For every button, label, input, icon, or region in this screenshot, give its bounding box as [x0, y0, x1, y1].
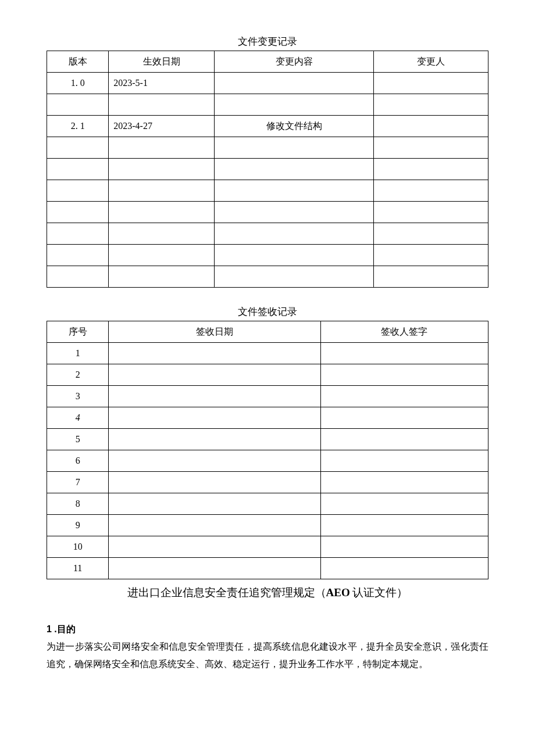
table-cell	[109, 223, 215, 245]
table-cell-sign	[320, 343, 488, 364]
table-cell	[47, 137, 109, 159]
table-cell-sign	[320, 364, 488, 386]
table-cell	[373, 94, 488, 116]
table-cell-no: 1	[47, 343, 109, 364]
table-cell-date	[109, 407, 320, 429]
table-cell-sign	[320, 493, 488, 515]
table-cell	[215, 223, 373, 245]
doc-title-aeo: AEO	[326, 586, 350, 599]
table-cell	[373, 180, 488, 202]
table-cell-no: 9	[47, 515, 109, 536]
table-cell-no: 5	[47, 429, 109, 450]
table-cell	[47, 180, 109, 202]
table-cell	[215, 159, 373, 180]
table-cell-date	[109, 429, 320, 450]
table-header-row: 版本 生效日期 变更内容 变更人	[47, 51, 488, 73]
table-row: 10	[47, 536, 488, 558]
table-row	[47, 94, 488, 116]
table-cell	[47, 159, 109, 180]
col-change-content: 变更内容	[215, 51, 373, 73]
table-cell-sign	[320, 386, 488, 407]
table-cell	[373, 266, 488, 288]
table-cell	[109, 137, 215, 159]
table-row	[47, 180, 488, 202]
table-cell	[373, 202, 488, 223]
col-version: 版本	[47, 51, 109, 73]
table-row: 11	[47, 558, 488, 579]
col-changed-by: 变更人	[373, 51, 488, 73]
table-cell	[47, 202, 109, 223]
table-cell-sign	[320, 558, 488, 579]
table-cell: 修改文件结构	[215, 116, 373, 137]
table-cell	[109, 202, 215, 223]
doc-title-prefix: 进出口企业信息安全责任追究管理规定（	[127, 586, 326, 599]
table-cell-sign	[320, 450, 488, 472]
table-row	[47, 137, 488, 159]
table-cell	[109, 159, 215, 180]
table-row: 6	[47, 450, 488, 472]
col-effective-date: 生效日期	[109, 51, 215, 73]
table-cell	[47, 266, 109, 288]
table-row: 9	[47, 515, 488, 536]
table-cell: 2023-4-27	[109, 116, 215, 137]
table-cell	[373, 159, 488, 180]
receipt-table: 序号 签收日期 签收人签字 1234567891011	[47, 321, 488, 579]
section-1-body: 为进一步落实公司网络安全和信息安全管理责任，提高系统信息化建设水平，提升全员安全…	[47, 638, 488, 673]
table-cell-sign	[320, 472, 488, 493]
table-row: 2	[47, 364, 488, 386]
table-cell-date	[109, 343, 320, 364]
section-1-number: 1 .	[47, 624, 57, 634]
section-1-heading: 1 .目的	[47, 624, 488, 636]
table-cell-date	[109, 515, 320, 536]
table-cell	[109, 245, 215, 266]
table-cell-no: 7	[47, 472, 109, 493]
table-cell	[373, 73, 488, 94]
table-cell: 1. 0	[47, 73, 109, 94]
table-cell-date	[109, 558, 320, 579]
col-no: 序号	[47, 321, 109, 343]
table-cell	[373, 245, 488, 266]
table-cell	[109, 266, 215, 288]
table-cell	[109, 180, 215, 202]
table-row: 1. 02023-5-1	[47, 73, 488, 94]
table-cell	[47, 94, 109, 116]
table-cell-no: 2	[47, 364, 109, 386]
table-cell-sign	[320, 407, 488, 429]
receipt-title: 文件签收记录	[47, 305, 488, 318]
change-log-table: 版本 生效日期 变更内容 变更人 1. 02023-5-12. 12023-4-…	[47, 51, 488, 288]
table-cell-date	[109, 386, 320, 407]
table-cell	[215, 180, 373, 202]
table-row	[47, 245, 488, 266]
table-cell	[215, 266, 373, 288]
table-cell	[373, 137, 488, 159]
table-cell: 2. 1	[47, 116, 109, 137]
table-cell	[47, 245, 109, 266]
table-row	[47, 202, 488, 223]
col-receipt-date: 签收日期	[109, 321, 320, 343]
table-cell-no: 10	[47, 536, 109, 558]
table-cell	[215, 245, 373, 266]
table-cell-sign	[320, 515, 488, 536]
section-1-label: 目的	[57, 624, 76, 634]
table-cell	[373, 116, 488, 137]
table-header-row: 序号 签收日期 签收人签字	[47, 321, 488, 343]
table-row: 3	[47, 386, 488, 407]
doc-title-suffix: 认证文件）	[350, 586, 408, 599]
table-row	[47, 266, 488, 288]
table-cell	[215, 94, 373, 116]
table-cell-no: 11	[47, 558, 109, 579]
table-cell	[373, 223, 488, 245]
table-cell-date	[109, 472, 320, 493]
table-cell	[109, 94, 215, 116]
change-log-title: 文件变更记录	[47, 35, 488, 48]
table-cell	[215, 73, 373, 94]
table-row	[47, 223, 488, 245]
table-cell-no: 3	[47, 386, 109, 407]
table-cell-sign	[320, 429, 488, 450]
table-row: 1	[47, 343, 488, 364]
table-cell-date	[109, 536, 320, 558]
table-row	[47, 159, 488, 180]
table-row: 4	[47, 407, 488, 429]
table-cell-sign	[320, 536, 488, 558]
table-row: 7	[47, 472, 488, 493]
